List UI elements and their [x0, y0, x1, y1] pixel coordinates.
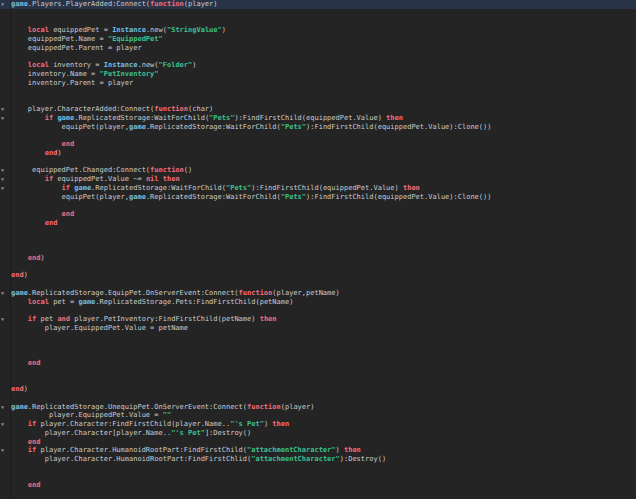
code-line[interactable]: ▼ if player.Character:FindFirstChild(pla… — [0, 420, 636, 429]
code-line[interactable] — [0, 131, 636, 140]
code-line[interactable] — [0, 228, 636, 237]
code-line[interactable] — [0, 245, 636, 254]
gutter-cell — [0, 79, 11, 88]
fold-arrow-icon[interactable]: ▼ — [0, 0, 11, 9]
code-token — [11, 481, 28, 489]
gutter-cell — [0, 394, 11, 403]
code-text: end) — [11, 149, 62, 158]
code-line[interactable] — [0, 280, 636, 289]
code-line[interactable]: ▼ if equippedPet.Value ~= nil then — [0, 175, 636, 184]
code-token: ) — [24, 385, 28, 393]
code-token: "StringValue" — [167, 26, 222, 34]
code-token: .ReplicatedStorage.UnequipPet.OnServerEv… — [28, 403, 247, 411]
code-line[interactable] — [0, 201, 636, 210]
gutter-cell — [0, 131, 11, 140]
fold-arrow-icon[interactable]: ▼ — [0, 403, 11, 412]
code-token: "Pets" — [281, 123, 306, 131]
code-line[interactable]: local pet = game.ReplicatedStorage.Pets:… — [0, 298, 636, 307]
fold-arrow-icon[interactable]: ▼ — [0, 114, 11, 123]
code-token: ) — [222, 26, 226, 34]
code-token: "Folder" — [159, 61, 193, 69]
code-line[interactable]: local equippedPet = Instance.new("String… — [0, 26, 636, 35]
code-line[interactable] — [0, 394, 636, 403]
gutter-cell — [0, 210, 11, 219]
code-line[interactable] — [0, 158, 636, 167]
code-line[interactable]: ▼ if pet and player.PetInventory:FindFir… — [0, 315, 636, 324]
code-token: ):FindFirstChild(equippedPet.Value):Clon… — [306, 123, 491, 131]
code-line[interactable]: local inventory = Instance.new("Folder") — [0, 61, 636, 70]
code-token: (char) — [188, 105, 213, 113]
code-line[interactable]: ▼ player.CharacterAdded:Connect(function… — [0, 105, 636, 114]
code-line[interactable] — [0, 490, 636, 499]
code-line[interactable]: end) — [0, 149, 636, 158]
code-line[interactable] — [0, 88, 636, 97]
code-line[interactable]: equippedPet.Parent = player — [0, 44, 636, 53]
code-line[interactable]: end — [0, 481, 636, 490]
code-token — [11, 149, 45, 157]
code-line[interactable] — [0, 376, 636, 385]
code-line[interactable]: equipPet(player,game.ReplicatedStorage:W… — [0, 123, 636, 132]
code-line[interactable] — [0, 368, 636, 377]
code-text: inventory.Name = "PetInventory" — [11, 70, 159, 79]
code-line[interactable]: end — [0, 140, 636, 149]
code-line[interactable]: ▼game.ReplicatedStorage.EquipPet.OnServe… — [0, 289, 636, 298]
code-line[interactable]: ▼ if player.Character.HumanoidRootPart:F… — [0, 446, 636, 455]
code-line[interactable] — [0, 96, 636, 105]
gutter-cell — [0, 411, 11, 420]
code-line[interactable] — [0, 18, 636, 27]
code-text: if pet and player.PetInventory:FindFirst… — [11, 315, 277, 324]
code-token: end — [28, 254, 41, 262]
code-line[interactable] — [0, 350, 636, 359]
code-line[interactable] — [0, 53, 636, 62]
code-line[interactable] — [0, 473, 636, 482]
code-line[interactable]: inventory.Parent = player — [0, 79, 636, 88]
code-token: "Pets" — [209, 114, 234, 122]
code-line[interactable]: player.EquippedPet.Value = "" — [0, 411, 636, 420]
code-token: game — [11, 289, 28, 297]
fold-arrow-icon[interactable]: ▼ — [0, 175, 11, 184]
code-line[interactable]: end) — [0, 271, 636, 280]
fold-arrow-icon[interactable]: ▼ — [0, 166, 11, 175]
code-token — [11, 114, 45, 122]
code-line[interactable]: equipPet(player,game.ReplicatedStorage:W… — [0, 193, 636, 202]
gutter-cell — [0, 473, 11, 482]
code-line[interactable]: end — [0, 438, 636, 447]
code-text: game.Players.PlayerAdded:Connect(functio… — [11, 0, 218, 9]
code-line[interactable] — [0, 263, 636, 272]
code-line[interactable]: ▼ if game.ReplicatedStorage:WaitForChild… — [0, 114, 636, 123]
code-line[interactable]: end) — [0, 254, 636, 263]
gutter-cell — [0, 298, 11, 307]
code-line[interactable]: player.Character[player.Name.."'s Pet"]:… — [0, 429, 636, 438]
code-line[interactable]: inventory.Name = "PetInventory" — [0, 70, 636, 79]
code-line[interactable] — [0, 341, 636, 350]
code-area[interactable]: ▼game.Players.PlayerAdded:Connect(functi… — [0, 0, 636, 499]
code-line[interactable]: end — [0, 359, 636, 368]
code-line[interactable]: equippedPet.Name = "EquippedPet" — [0, 35, 636, 44]
code-line[interactable]: ▼ if game.ReplicatedStorage:WaitForChild… — [0, 184, 636, 193]
code-token: end — [28, 481, 41, 489]
script-editor[interactable]: ▼game.Players.PlayerAdded:Connect(functi… — [0, 0, 636, 499]
fold-arrow-icon[interactable]: ▼ — [0, 289, 11, 298]
gutter-cell — [0, 9, 11, 18]
code-token: function — [150, 0, 184, 8]
code-line[interactable]: player.EquippedPet.Value = petName — [0, 324, 636, 333]
fold-arrow-icon[interactable]: ▼ — [0, 105, 11, 114]
fold-arrow-icon[interactable]: ▼ — [0, 446, 11, 455]
code-line[interactable]: end — [0, 210, 636, 219]
code-line[interactable]: player.Character.HumanoidRootPart:FindFi… — [0, 455, 636, 464]
code-line[interactable]: ▼game.ReplicatedStorage.UnequipPet.OnSer… — [0, 403, 636, 412]
code-line[interactable] — [0, 306, 636, 315]
code-line[interactable] — [0, 9, 636, 18]
fold-arrow-icon[interactable]: ▼ — [0, 184, 11, 193]
code-line[interactable]: ▼game.Players.PlayerAdded:Connect(functi… — [0, 0, 636, 9]
code-line[interactable]: ▼ equippedPet.Changed:Connect(function() — [0, 166, 636, 175]
fold-arrow-icon[interactable]: ▼ — [0, 420, 11, 429]
code-line[interactable] — [0, 236, 636, 245]
code-line[interactable] — [0, 333, 636, 342]
code-line[interactable]: end — [0, 219, 636, 228]
code-line[interactable]: end) — [0, 385, 636, 394]
code-line[interactable] — [0, 464, 636, 473]
code-token: game — [74, 184, 91, 192]
fold-arrow-icon[interactable]: ▼ — [0, 315, 11, 324]
gutter-cell — [0, 306, 11, 315]
